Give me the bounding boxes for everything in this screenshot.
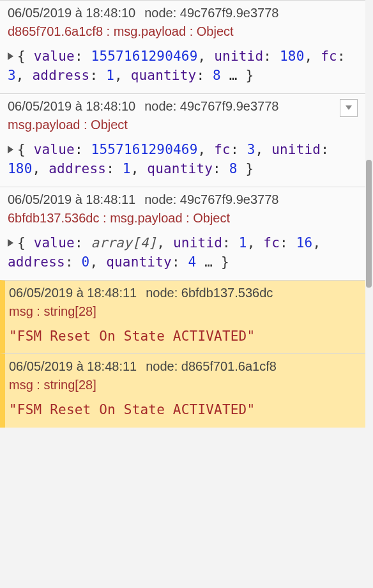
message-type: msg : string[28] [9, 378, 358, 392]
message-payload[interactable]: "FSM Reset On State ACTIVATED" [9, 400, 358, 419]
expand-caret-icon[interactable] [8, 239, 13, 247]
debug-panel: 06/05/2019 à 18:48:10node: 49c767f9.9e37… [0, 0, 373, 588]
scrollbar-track[interactable] [365, 0, 373, 588]
expand-caret-icon[interactable] [8, 146, 13, 153]
debug-message: 06/05/2019 à 18:48:10node: 49c767f9.9e37… [0, 93, 365, 187]
node-id: node: 49c767f9.9e3778 [144, 99, 278, 113]
timestamp: 06/05/2019 à 18:48:11 [9, 286, 137, 300]
timestamp: 06/05/2019 à 18:48:11 [9, 359, 137, 373]
message-type: msg.payload : Object [8, 118, 358, 132]
message-meta: 06/05/2019 à 18:48:11node: d865f701.6a1c… [9, 359, 358, 374]
timestamp: 06/05/2019 à 18:48:11 [8, 192, 135, 206]
node-id: node: 49c767f9.9e3778 [144, 6, 278, 20]
debug-message: 06/05/2019 à 18:48:11node: 49c767f9.9e37… [0, 187, 365, 280]
node-id: node: 6bfdb137.536dc [146, 286, 273, 300]
message-meta: 06/05/2019 à 18:48:10node: 49c767f9.9e37… [8, 99, 358, 114]
message-payload[interactable]: { value: 1557161290469, fc: 3, unitid: 1… [8, 140, 358, 179]
message-payload[interactable]: { value: array[4], unitid: 1, fc: 16, ad… [8, 233, 358, 272]
expand-caret-icon[interactable] [8, 52, 13, 60]
message-meta: 06/05/2019 à 18:48:11node: 49c767f9.9e37… [8, 192, 358, 207]
message-meta: 06/05/2019 à 18:48:10node: 49c767f9.9e37… [8, 6, 358, 20]
expand-button[interactable] [340, 99, 358, 117]
node-id: node: d865f701.6a1cf8 [146, 359, 277, 373]
chevron-down-icon [346, 105, 352, 110]
message-type: msg : string[28] [9, 304, 358, 319]
message-type: d865f701.6a1cf8 : msg.payload : Object [8, 24, 358, 39]
debug-message: 06/05/2019 à 18:48:11node: 6bfdb137.536d… [0, 280, 365, 353]
message-payload[interactable]: { value: 1557161290469, unitid: 180, fc:… [8, 47, 358, 86]
message-payload[interactable]: "FSM Reset On State ACTIVATED" [9, 327, 358, 346]
message-meta: 06/05/2019 à 18:48:11node: 6bfdb137.536d… [9, 286, 358, 300]
node-id: node: 49c767f9.9e3778 [144, 192, 278, 206]
message-type: 6bfdb137.536dc : msg.payload : Object [8, 211, 358, 226]
debug-message: 06/05/2019 à 18:48:10node: 49c767f9.9e37… [0, 0, 365, 93]
scrollbar-thumb[interactable] [366, 160, 372, 288]
timestamp: 06/05/2019 à 18:48:10 [8, 99, 135, 113]
debug-message: 06/05/2019 à 18:48:11node: d865f701.6a1c… [0, 353, 365, 427]
timestamp: 06/05/2019 à 18:48:10 [8, 6, 135, 20]
